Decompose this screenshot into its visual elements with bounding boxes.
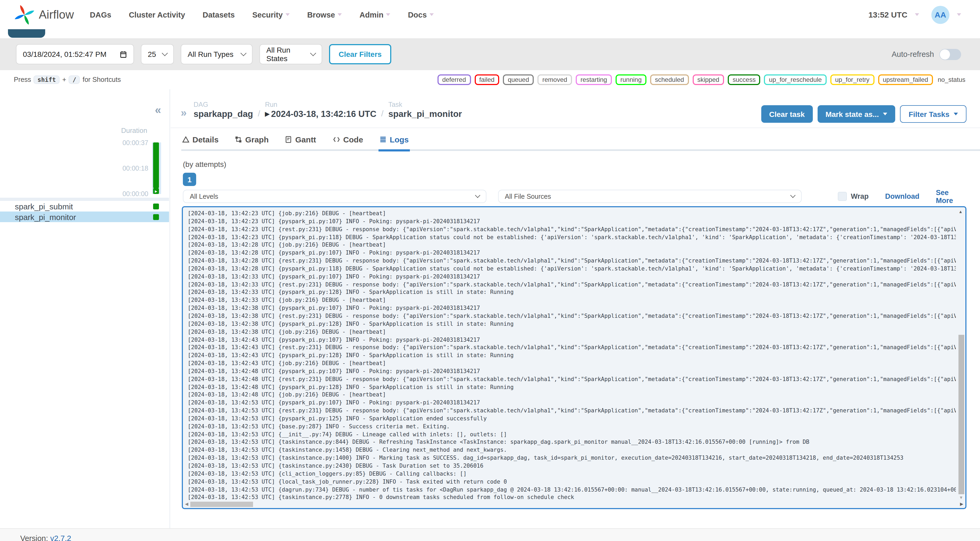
attempt-1-button[interactable]: 1 (183, 173, 196, 186)
base-date-input[interactable]: 03/18/2024, 01:52:47 PM (16, 44, 134, 64)
scroll-right-icon[interactable]: ▶ (960, 502, 963, 506)
wrap-checkbox[interactable] (838, 192, 846, 201)
shortcuts-plus: + (62, 76, 66, 83)
clear-task-button[interactable]: Clear task (761, 105, 813, 123)
nav-item-docs[interactable]: Docs (408, 10, 434, 19)
state-badge-upstream-failed[interactable]: upstream_failed (878, 75, 933, 85)
calendar-icon[interactable] (119, 51, 127, 58)
play-icon: ▶ (155, 189, 157, 193)
log-line: [2024-03-18, 13:42:48 UTC] {pyspark_pi.p… (188, 383, 956, 391)
log-line: [2024-03-18, 13:42:43 UTC] {rest.py:231}… (188, 344, 956, 352)
airflow-pinwheel-icon (14, 3, 35, 26)
log-line: [2024-03-18, 13:42:38 UTC] {pyspark_pi.p… (188, 304, 956, 312)
log-line: [2024-03-18, 13:42:33 UTC] {rest.py:231}… (188, 280, 956, 288)
airflow-brand[interactable]: Airflow (14, 3, 74, 26)
tab-logs[interactable]: Logs (379, 134, 410, 151)
manual-run-marker[interactable]: ▶ (153, 188, 159, 194)
log-line: [2024-03-18, 13:42:53 UTC] {dagrun.py:73… (188, 485, 956, 493)
state-badge-skipped[interactable]: skipped (692, 75, 724, 85)
auto-refresh-toggle[interactable] (939, 49, 961, 60)
horizontal-scrollbar-thumb[interactable] (190, 502, 253, 507)
nav-item-dags[interactable]: DAGs (90, 10, 111, 19)
log-panel[interactable]: [2024-03-18, 13:42:23 UTC] {job.py:216} … (182, 206, 966, 509)
task-instance-square-success[interactable] (153, 203, 159, 209)
chevron-down-icon[interactable] (915, 13, 919, 16)
tab-bar: Details Graph Gantt Code Logs (181, 134, 980, 151)
chevron-down-icon (337, 13, 342, 16)
page-size-select[interactable]: 25 (141, 44, 174, 64)
state-badge-restarting[interactable]: restarting (576, 75, 612, 85)
double-chevron-right-icon[interactable]: » (181, 107, 186, 119)
scroll-down-icon[interactable]: ▼ (959, 495, 963, 500)
breadcrumb-task-value[interactable]: spark_pi_monitor (388, 109, 462, 119)
breadcrumb-run-value[interactable]: ▶ 2024-03-18, 13:42:16 UTC (265, 109, 376, 119)
avatar[interactable]: AA (931, 6, 950, 24)
chevron-down-icon (430, 13, 434, 16)
collapse-sidebar-button[interactable]: « (155, 104, 161, 115)
tab-details[interactable]: Details (181, 134, 220, 150)
shortcuts-hint-press: Press (14, 76, 31, 83)
state-badge-removed[interactable]: removed (538, 75, 572, 85)
nav-item-browse[interactable]: Browse (307, 10, 342, 19)
task-name: spark_pi_monitor (15, 212, 76, 221)
chevron-down-icon (310, 50, 316, 56)
vertical-scrollbar-thumb[interactable] (958, 335, 964, 494)
state-badge-up-for-reschedule[interactable]: up_for_reschedule (764, 75, 827, 85)
nav-item-security[interactable]: Security (252, 10, 290, 19)
chevron-down-icon (883, 113, 887, 115)
mark-state-button[interactable]: Mark state as... (818, 105, 896, 123)
task-details-panel: » DAG sparkapp_dag / Run ▶ 2024-03-18, 1… (171, 89, 980, 528)
log-line: [2024-03-18, 13:42:23 UTC] {rest.py:231}… (188, 225, 956, 233)
chevron-down-icon (954, 113, 958, 115)
horizontal-scrollbar[interactable]: ◀ ▶ (184, 501, 957, 508)
grid-button-partial[interactable] (8, 29, 45, 38)
task-row-spark-pi-monitor[interactable]: spark_pi_monitor (0, 212, 169, 222)
key-shift: shift (34, 75, 60, 84)
tab-graph[interactable]: Graph (234, 134, 269, 150)
log-line: [2024-03-18, 13:42:38 UTC] {pyspark_pi.p… (188, 320, 956, 328)
chevron-down-icon (386, 13, 390, 16)
run-states-select[interactable]: All Run States (259, 44, 322, 64)
state-badge-queued[interactable]: queued (503, 75, 534, 85)
nav-item-cluster-activity[interactable]: Cluster Activity (129, 10, 185, 19)
log-level-select[interactable]: All Levels (183, 190, 486, 203)
utc-clock[interactable]: 13:52 UTC (869, 10, 907, 19)
chevron-down-icon[interactable] (957, 13, 961, 16)
state-badge-scheduled[interactable]: scheduled (650, 75, 689, 85)
state-badge-running[interactable]: running (616, 75, 646, 85)
download-link[interactable]: Download (885, 193, 920, 200)
log-line: [2024-03-18, 13:42:23 UTC] {pyspark_pi.p… (188, 233, 956, 241)
log-line: [2024-03-18, 13:42:23 UTC] {pyspark_pi.p… (188, 217, 956, 225)
play-icon: ▶ (265, 111, 269, 118)
state-badge-success[interactable]: success (728, 75, 760, 85)
scroll-up-icon[interactable]: ▲ (958, 209, 963, 214)
nav-item-admin[interactable]: Admin (360, 10, 390, 19)
log-line: [2024-03-18, 13:42:33 UTC] {job.py:216} … (188, 296, 956, 304)
task-row-spark-pi-submit[interactable]: spark_pi_submit (0, 201, 169, 212)
tab-gantt[interactable]: Gantt (284, 134, 317, 150)
filter-tasks-button[interactable]: Filter Tasks (900, 105, 966, 123)
tab-code[interactable]: Code (331, 134, 364, 150)
state-badge-failed[interactable]: failed (474, 75, 499, 85)
version-label: Version: (20, 534, 48, 541)
shortcut-row: Press shift + / for Shortcuts deferred f… (0, 70, 980, 89)
file-source-select[interactable]: All File Sources (498, 190, 802, 203)
key-slash: / (69, 75, 80, 84)
version-link[interactable]: v2.7.2 (50, 534, 71, 541)
breadcrumb-dag-value[interactable]: sparkapp_dag (194, 109, 253, 119)
log-lines: [2024-03-18, 13:42:23 UTC] {job.py:216} … (188, 209, 956, 500)
task-instance-square-success[interactable] (153, 214, 159, 220)
log-line: [2024-03-18, 13:42:43 UTC] {job.py:216} … (188, 359, 956, 367)
see-more-link[interactable]: See More (936, 188, 966, 204)
scroll-left-icon[interactable]: ◀ (185, 502, 188, 506)
state-badge-deferred[interactable]: deferred (438, 75, 471, 85)
nav-item-datasets[interactable]: Datasets (202, 10, 235, 19)
state-badge-up-for-retry[interactable]: up_for_retry (830, 75, 874, 85)
vertical-scrollbar[interactable]: ▲ ▼ (958, 207, 966, 501)
log-line: [2024-03-18, 13:42:53 UTC] {taskinstance… (188, 462, 956, 470)
run-types-select[interactable]: All Run Types (181, 44, 253, 64)
dag-run-duration-bar[interactable] (153, 142, 159, 188)
clear-filters-button[interactable]: Clear Filters (329, 44, 391, 64)
log-line: [2024-03-18, 13:42:38 UTC] {job.py:216} … (188, 328, 956, 336)
task-actions: Clear task Mark state as... Filter Tasks (761, 105, 966, 123)
